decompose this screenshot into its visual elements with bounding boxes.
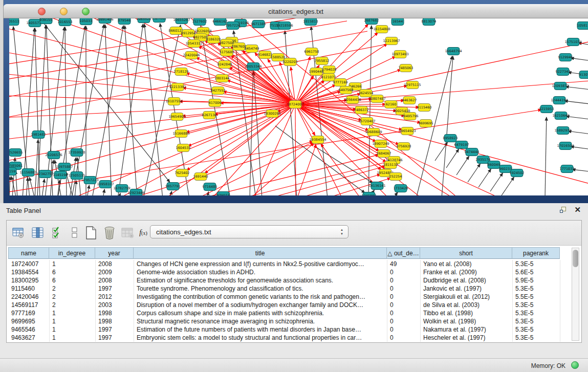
- graph-node[interactable]: 913071: [579, 71, 588, 79]
- graph-edge[interactable]: [119, 193, 120, 195]
- table-cell[interactable]: 6: [50, 268, 96, 276]
- graph-node[interactable]: 9463627: [402, 97, 417, 104]
- graph-node[interactable]: 17359928: [68, 149, 85, 157]
- graph-node[interactable]: 9777169: [333, 79, 348, 86]
- table-cell[interactable]: 9777169: [9, 309, 50, 317]
- column-header-year[interactable]: year: [95, 247, 134, 259]
- new-column-icon[interactable]: [83, 225, 99, 240]
- graph-node[interactable]: 20891406: [96, 18, 113, 24]
- table-row[interactable]: 1872400712008Changes of HCN gene express…: [8, 260, 561, 268]
- table-cell[interactable]: 5.3E-5: [513, 334, 560, 342]
- table-cell[interactable]: 1997: [96, 325, 134, 334]
- graph-node[interactable]: 16648794: [445, 48, 462, 55]
- table-cell[interactable]: 5.6E-5: [513, 268, 560, 276]
- graph-edge[interactable]: [106, 104, 295, 195]
- graph-edge[interactable]: [205, 104, 295, 173]
- column-header-title[interactable]: title: [134, 247, 387, 259]
- graph-node[interactable]: 2526655: [9, 149, 23, 157]
- graph-node[interactable]: 10807487: [368, 95, 385, 103]
- table-cell[interactable]: 1997: [96, 334, 134, 342]
- graph-node[interactable]: 9242848: [217, 61, 232, 69]
- graph-node[interactable]: 939155: [40, 18, 53, 24]
- graph-node[interactable]: 20564436: [344, 96, 361, 104]
- graph-node[interactable]: 19384554: [309, 136, 326, 144]
- graph-edge[interactable]: [265, 174, 380, 195]
- graph-node[interactable]: 9474444: [465, 148, 480, 156]
- graph-node[interactable]: 1733426: [394, 185, 408, 192]
- table-row[interactable]: 911546021997Tourette syndrome. Phenomeno…: [8, 285, 561, 293]
- graph-node[interactable]: 10655287: [173, 18, 190, 24]
- select-all-icon[interactable]: [50, 225, 65, 240]
- table-cell[interactable]: 1: [50, 260, 96, 268]
- graph-edge[interactable]: [571, 58, 588, 62]
- graph-edge[interactable]: [456, 156, 469, 175]
- graph-edge[interactable]: [545, 117, 547, 195]
- table-row[interactable]: 1938455462009Genome-wide association stu…: [8, 268, 561, 276]
- graph-node[interactable]: 16544: [391, 18, 404, 26]
- memory-ok-led-icon[interactable]: [571, 361, 579, 369]
- table-cell[interactable]: Corpus callosum shape and size in male p…: [134, 309, 387, 317]
- graph-node[interactable]: 105813: [577, 22, 588, 30]
- graph-node[interactable]: 19218596: [276, 22, 293, 30]
- table-cell[interactable]: 5.3E-5: [513, 301, 560, 309]
- graph-node[interactable]: 11156883: [19, 169, 36, 177]
- graph-edge[interactable]: [295, 104, 381, 170]
- graph-node[interactable]: 19654903: [168, 113, 185, 121]
- graph-node[interactable]: 12213967: [383, 37, 400, 45]
- graph-node[interactable]: 1691440: [193, 173, 208, 181]
- column-select-icon[interactable]: [30, 225, 46, 240]
- table-cell[interactable]: 5.3E-5: [513, 260, 560, 268]
- table-cell[interactable]: 22420046: [9, 293, 50, 301]
- graph-edge[interactable]: [35, 140, 38, 195]
- scrollbar-thumb[interactable]: [573, 250, 578, 267]
- graph-node[interactable]: 10975887: [56, 163, 73, 171]
- table-cell[interactable]: 18724007: [9, 260, 50, 268]
- graph-node[interactable]: 8427552: [211, 87, 226, 95]
- graph-edge[interactable]: [386, 192, 398, 195]
- table-cell[interactable]: 1: [50, 325, 96, 334]
- graph-node[interactable]: 6794028: [322, 66, 337, 74]
- table-row[interactable]: 946554611997Estimation of the future num…: [8, 325, 561, 334]
- graph-node[interactable]: 2718129: [174, 68, 189, 76]
- table-cell[interactable]: 9463627: [9, 334, 50, 342]
- citation-network-graph[interactable]: 8660123891295418226058982750910543312818…: [9, 18, 588, 195]
- table-cell[interactable]: Estimation of the future numbers of pati…: [134, 325, 387, 334]
- table-row[interactable]: 2242004622012Investigating the contribut…: [8, 293, 561, 301]
- table-cell[interactable]: 0: [387, 301, 421, 309]
- table-cell[interactable]: Dudbridge et al. (2008): [421, 276, 513, 285]
- graph-node[interactable]: 8958923: [443, 135, 458, 142]
- graph-node[interactable]: 12342757: [36, 170, 53, 178]
- table-cell[interactable]: Estimation of significance thresholds fo…: [134, 276, 387, 285]
- table-cell[interactable]: 5.9E-5: [513, 276, 560, 285]
- table-cell[interactable]: 5.3E-5: [513, 285, 560, 293]
- graph-node[interactable]: 9227343: [556, 68, 571, 76]
- table-row[interactable]: 946362711997Embryonic stem cells: a mode…: [8, 334, 561, 342]
- table-cell[interactable]: 2003: [96, 301, 134, 309]
- graph-edge[interactable]: [125, 26, 137, 195]
- graph-node[interactable]: 6479197: [454, 141, 469, 149]
- graph-edge[interactable]: [446, 149, 459, 168]
- graph-node[interactable]: 9716485: [203, 183, 217, 191]
- graph-node[interactable]: 8813074: [422, 18, 437, 26]
- graph-node[interactable]: 417006: [209, 99, 222, 107]
- graph-node[interactable]: 12975115: [404, 81, 421, 89]
- table-cell[interactable]: 1998: [96, 317, 134, 325]
- graph-edge[interactable]: [572, 169, 588, 173]
- graph-node[interactable]: 7625402: [175, 169, 190, 177]
- graph-node[interactable]: 1924502: [510, 169, 525, 177]
- graph-node[interactable]: 12213392: [169, 83, 186, 91]
- graph-node[interactable]: 15892971: [554, 127, 571, 135]
- table-cell[interactable]: 1: [50, 334, 96, 342]
- graph-node[interactable]: 10958107: [97, 181, 114, 188]
- table-cell[interactable]: Disruption of a novel member of a sodium…: [134, 301, 387, 309]
- graph-edge[interactable]: [564, 101, 588, 105]
- graph-node[interactable]: 1527602: [152, 18, 167, 23]
- unselect-all-icon[interactable]: [67, 225, 82, 240]
- graph-node[interactable]: 8454749: [245, 45, 259, 53]
- graph-node[interactable]: 1527602: [192, 18, 207, 26]
- table-cell[interactable]: 2008: [96, 260, 134, 268]
- table-cell[interactable]: Stergiakouli et al. (2012): [421, 293, 513, 301]
- column-header-in_degree[interactable]: in_degree: [49, 247, 95, 259]
- table-vertical-scrollbar[interactable]: [572, 248, 579, 341]
- graph-node[interactable]: 12923446: [127, 189, 144, 196]
